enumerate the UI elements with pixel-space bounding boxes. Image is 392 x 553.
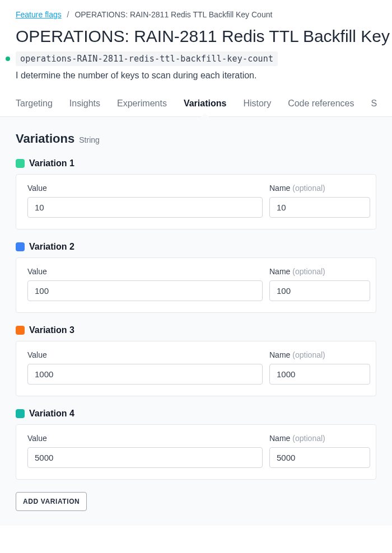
value-label: Value xyxy=(27,267,263,276)
tab-experiments[interactable]: Experiments xyxy=(117,93,167,116)
breadcrumb-separator: / xyxy=(67,10,69,19)
section-type-label: String xyxy=(79,135,100,144)
variation-swatch-icon xyxy=(16,159,25,168)
variation-label: Variation 4 xyxy=(29,409,74,419)
variation-swatch-icon xyxy=(16,326,25,335)
variation-label: Variation 3 xyxy=(29,325,74,335)
name-input[interactable] xyxy=(269,447,370,468)
variation-swatch-icon xyxy=(16,242,25,251)
section-title: Variations String xyxy=(16,132,376,146)
flag-key: operations-RAIN-2811-redis-ttl-backfill-… xyxy=(16,51,278,66)
page-title: OPERATIONS: RAIN-2811 Redis TTL Backfill… xyxy=(16,27,376,46)
variation-header: Variation 3 xyxy=(16,325,376,335)
name-label: Name(optional) xyxy=(269,184,370,193)
variation-card: Value Name(optional) xyxy=(16,341,376,396)
tab-code-references[interactable]: Code references xyxy=(288,93,354,116)
name-input[interactable] xyxy=(269,364,370,385)
name-label: Name(optional) xyxy=(269,267,370,276)
tab-insights[interactable]: Insights xyxy=(69,93,100,116)
variation-card: Value Name(optional) xyxy=(16,257,376,313)
name-input[interactable] xyxy=(269,197,370,218)
name-input[interactable] xyxy=(269,280,370,301)
breadcrumb-root-link[interactable]: Feature flags xyxy=(16,10,62,19)
tabs: Targeting Insights Experiments Variation… xyxy=(0,93,392,117)
variation-header: Variation 2 xyxy=(16,242,376,252)
tab-partial[interactable]: S xyxy=(371,93,377,116)
variation-swatch-icon xyxy=(16,409,25,418)
status-dot-icon xyxy=(6,57,10,61)
value-input[interactable] xyxy=(27,280,263,301)
tab-history[interactable]: History xyxy=(243,93,271,116)
breadcrumb: Feature flags / OPERATIONS: RAIN-2811 Re… xyxy=(16,10,376,19)
tab-variations[interactable]: Variations xyxy=(184,93,226,116)
value-input[interactable] xyxy=(27,364,263,385)
tab-targeting[interactable]: Targeting xyxy=(16,93,53,116)
value-label: Value xyxy=(27,434,263,443)
section-title-text: Variations xyxy=(16,132,74,146)
variation-card: Value Name(optional) xyxy=(16,174,376,229)
variation-label: Variation 1 xyxy=(29,158,74,168)
add-variation-button[interactable]: ADD VARIATION xyxy=(16,492,87,511)
breadcrumb-current: OPERATIONS: RAIN-2811 Redis TTL Backfill… xyxy=(74,10,272,19)
name-label: Name(optional) xyxy=(269,434,370,443)
value-input[interactable] xyxy=(27,197,263,218)
value-label: Value xyxy=(27,184,263,193)
variation-header: Variation 4 xyxy=(16,409,376,419)
variation-card: Value Name(optional) xyxy=(16,424,376,480)
flag-description: I determine the number of keys to scan d… xyxy=(16,71,376,81)
variations-list: Variation 1 Value Name(optional) Variati… xyxy=(16,158,376,480)
variation-header: Variation 1 xyxy=(16,158,376,168)
value-label: Value xyxy=(27,350,263,359)
value-input[interactable] xyxy=(27,447,263,468)
variation-label: Variation 2 xyxy=(29,242,74,252)
name-label: Name(optional) xyxy=(269,350,370,359)
